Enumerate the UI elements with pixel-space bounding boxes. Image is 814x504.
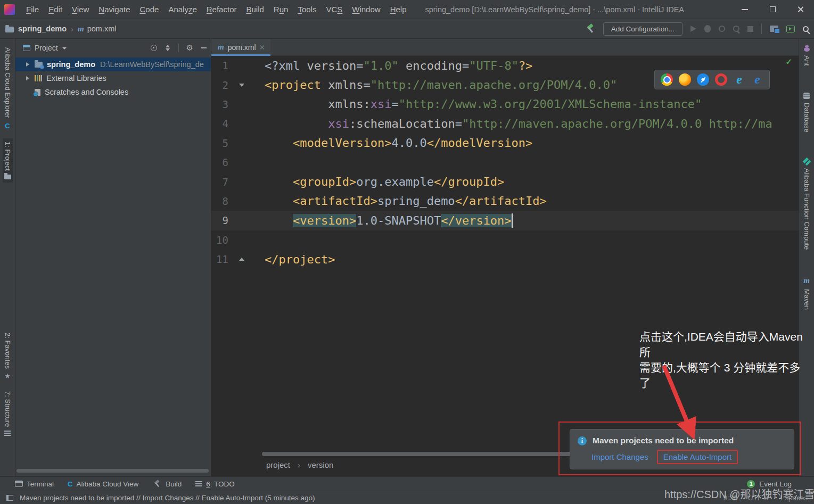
expand-arrow-icon[interactable]	[26, 76, 29, 80]
code-line-11[interactable]: 11</project>	[211, 250, 799, 269]
chrome-icon[interactable]	[661, 73, 673, 86]
minimize-button[interactable]	[731, 0, 759, 19]
line-number: 10	[211, 234, 235, 246]
toolwindow-button-terminal[interactable]: Terminal	[15, 480, 54, 488]
safari-icon[interactable]	[697, 73, 709, 86]
stop-icon[interactable]	[747, 26, 753, 32]
line-number: 5	[211, 137, 235, 149]
annotation-line-1: 点击这个,IDEA会自动导入Maven所	[639, 329, 811, 360]
locate-file-icon[interactable]	[151, 45, 157, 51]
menu-edit[interactable]: Edit	[44, 5, 67, 14]
sidebar-item-maven[interactable]: mMaven	[802, 273, 812, 313]
menu-view[interactable]: View	[67, 5, 94, 14]
menu-window[interactable]: Window	[347, 5, 385, 14]
menu-refactor[interactable]: Refactor	[202, 5, 242, 14]
close-icon	[797, 6, 804, 13]
profiler-icon[interactable]	[733, 26, 739, 32]
left-strip-top: Alibaba Cloud ExplorerC1: Project	[3, 44, 13, 188]
tab-pom-xml[interactable]: m pom.xml	[211, 39, 270, 55]
tool-window-switcher-icon[interactable]	[6, 495, 13, 501]
project-panel-hscrollbar[interactable]	[17, 469, 209, 473]
toolwindow-button-alibaba-cloud-view[interactable]: CAlibaba Cloud View	[68, 480, 138, 488]
status-message[interactable]: Maven projects need to be imported // Im…	[20, 494, 315, 502]
sidebar-item-alibaba-cloud-explorer[interactable]: Alibaba Cloud ExplorerC	[3, 44, 13, 133]
firefox-icon[interactable]	[679, 73, 691, 86]
sidebar-item-1-project[interactable]: 1: Project	[3, 138, 13, 183]
tree-item-scratches-and-consoles[interactable]: Scratches and Consoles	[15, 85, 211, 99]
sidebar-item-2-favorites[interactable]: 2: Favorites★	[3, 329, 13, 383]
breadcrumb-version-tag[interactable]: version	[308, 460, 333, 469]
sidebar-item-label: Alibaba Function Compute	[803, 168, 811, 250]
ie-icon[interactable]: e	[733, 73, 745, 86]
intellij-idea-window: FileEditViewNavigateCodeAnalyzeRefactorB…	[0, 0, 814, 504]
tree-item-spring-demo[interactable]: spring_demoD:\LearnWebBySelf\spring_de	[15, 57, 211, 71]
left-strip-bottom: 2: Favorites★7: Structure	[3, 329, 13, 444]
fold-marker[interactable]	[235, 84, 249, 87]
add-configuration-button[interactable]: Add Configuration...	[603, 22, 683, 36]
code-line-10[interactable]: 10	[211, 230, 799, 250]
toolwindow-button-6-todo[interactable]: 6: TODO	[195, 480, 235, 488]
project-panel-title[interactable]: Project	[35, 44, 58, 52]
close-button[interactable]	[786, 0, 814, 19]
breadcrumb-project[interactable]: spring_demo	[18, 24, 67, 33]
project-panel-header: Project ⚙	[15, 39, 211, 56]
coverage-icon[interactable]	[719, 26, 725, 32]
code-text: xmlns:xsi="http://www.w3.org/2001/XMLSch…	[249, 97, 702, 111]
sidebar-item-ant[interactable]: Ant	[802, 44, 812, 69]
fold-marker[interactable]	[235, 258, 249, 261]
run-anything-icon[interactable]	[786, 26, 795, 32]
maven-file-icon: m	[78, 24, 84, 34]
toolwindow-button-label: 6: TODO	[206, 480, 235, 488]
maximize-icon	[770, 6, 776, 12]
chevron-down-icon[interactable]	[62, 47, 67, 49]
breadcrumb-file[interactable]: pom.xml	[87, 24, 117, 33]
code-line-3[interactable]: 3 xmlns:xsi="http://www.w3.org/2001/XMLS…	[211, 95, 799, 114]
right-tool-strip: AntDatabaseAlibaba Function ComputemMave…	[799, 39, 814, 476]
code-text: <version>1.0-SNAPSHOT</version>	[249, 213, 513, 228]
minimize-icon	[742, 9, 748, 10]
code-line-8[interactable]: 8 <artifactId>spring_demo</artifactId>	[211, 192, 799, 211]
tree-item-name: Scratches and Consoles	[45, 88, 128, 96]
menu-help[interactable]: Help	[385, 5, 412, 14]
menu-build[interactable]: Build	[241, 5, 268, 14]
tab-close-icon[interactable]	[260, 45, 265, 50]
project-structure-icon[interactable]	[770, 26, 778, 32]
maven-file-icon: m	[218, 43, 224, 52]
code-line-4[interactable]: 4 xsi:schemaLocation="http://maven.apach…	[211, 114, 799, 133]
hide-panel-icon[interactable]	[201, 47, 207, 48]
expand-arrow-icon[interactable]	[26, 62, 29, 67]
alibaba-cloud-icon: C	[5, 122, 10, 130]
menu-vcs[interactable]: VCS	[321, 5, 347, 14]
code-text: <modelVersion>4.0.0</modelVersion>	[249, 136, 532, 150]
sidebar-item-database[interactable]: Database	[802, 89, 812, 136]
line-number: 8	[211, 195, 235, 207]
edge-icon[interactable]: e	[751, 73, 763, 86]
search-everywhere-icon[interactable]	[803, 26, 809, 32]
code-line-5[interactable]: 5 <modelVersion>4.0.0</modelVersion>	[211, 134, 799, 153]
build-hammer-icon[interactable]	[586, 24, 595, 34]
collapse-all-icon[interactable]	[165, 45, 171, 51]
menu-file[interactable]: File	[21, 5, 44, 14]
sidebar-item-7-structure[interactable]: 7: Structure	[3, 388, 13, 439]
toolwindow-button-build[interactable]: Build	[152, 479, 182, 489]
menu-bar: FileEditViewNavigateCodeAnalyzeRefactorB…	[21, 5, 412, 14]
toolwindow-button-label: Alibaba Cloud View	[76, 480, 138, 488]
menu-navigate[interactable]: Navigate	[94, 5, 135, 14]
code-line-9[interactable]: 9 <version>1.0-SNAPSHOT</version>	[211, 211, 799, 230]
idea-logo-icon	[4, 4, 15, 15]
menu-analyze[interactable]: Analyze	[163, 5, 201, 14]
breadcrumb-project-tag[interactable]: project	[266, 460, 290, 469]
code-line-6[interactable]: 6	[211, 153, 799, 172]
menu-tools[interactable]: Tools	[293, 5, 321, 14]
maximize-button[interactable]	[759, 0, 786, 19]
code-text: </project>	[249, 253, 335, 266]
tree-item-external-libraries[interactable]: External Libraries	[15, 71, 211, 85]
menu-run[interactable]: Run	[269, 5, 293, 14]
debug-icon[interactable]	[704, 25, 711, 32]
code-line-7[interactable]: 7 <groupId>org.example</groupId>	[211, 172, 799, 191]
sidebar-item-alibaba-function-compute[interactable]: Alibaba Function Compute	[802, 155, 812, 253]
opera-icon[interactable]	[715, 73, 727, 86]
run-icon[interactable]	[690, 26, 696, 32]
gear-icon[interactable]: ⚙	[186, 44, 193, 52]
menu-code[interactable]: Code	[135, 5, 164, 14]
